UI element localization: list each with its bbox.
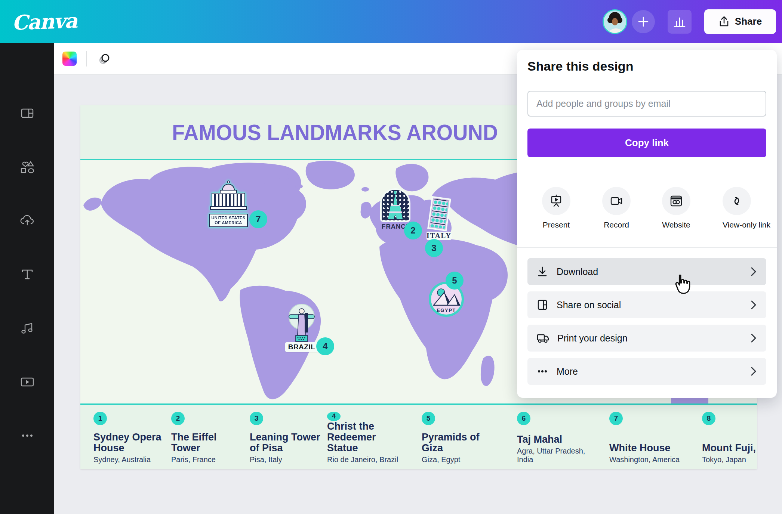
badge-number: 4	[323, 341, 327, 352]
landmark-name: White House	[609, 443, 684, 454]
more-label: More	[557, 366, 578, 377]
landmark-name: Pyramids of Giza	[422, 432, 496, 454]
map-number-badge[interactable]: 3	[425, 239, 443, 257]
record-action[interactable]: Record	[602, 187, 631, 229]
copy-link-button[interactable]: Copy link	[527, 129, 766, 157]
share-upload-icon	[718, 16, 730, 28]
landmark-location: Paris, France	[171, 455, 246, 464]
top-bar: Canva	[0, 0, 782, 43]
badge-number: 2	[410, 225, 415, 236]
landmark-number-badge: 6	[517, 412, 530, 425]
sidebar-item-music[interactable]	[19, 319, 36, 337]
print-your-design-label: Print your design	[557, 333, 628, 344]
share-email-input[interactable]	[527, 91, 766, 117]
landmark-name: Taj Mahal	[517, 434, 592, 445]
landmark-number-badge: 3	[250, 412, 263, 425]
present-label: Present	[542, 220, 570, 229]
capitol-building-icon	[209, 180, 248, 211]
print-truck-icon	[536, 332, 549, 344]
share-social-icon	[536, 299, 548, 311]
sticker-usa-capitol[interactable]: UNITED STATES OF AMERICA	[209, 180, 248, 227]
landmark-list-item[interactable]: 8 Mount Fuji, Tokyo, Japan	[702, 412, 777, 464]
sticker-italy-label: ITALY	[427, 232, 452, 240]
insights-button[interactable]	[668, 10, 692, 34]
landmark-name: Mount Fuji,	[702, 443, 777, 454]
share-on-social-label: Share on social	[557, 300, 621, 310]
map-number-badge[interactable]: 2	[404, 222, 422, 239]
map-number-badge[interactable]: 4	[316, 337, 334, 355]
toolbar-divider	[86, 51, 87, 66]
canva-logo[interactable]: Canva	[12, 8, 77, 34]
share-button-label: Share	[735, 16, 762, 27]
landmark-number-badge: 5	[422, 412, 435, 425]
landmark-list-item[interactable]: 6 Taj Mahal Agra, Uttar Pradesh, India	[517, 412, 592, 464]
landmark-list-item[interactable]: 3 Leaning Tower of Pisa Pisa, Italy	[250, 412, 324, 464]
share-panel-title: Share this design	[527, 59, 766, 74]
sidebar-item-uploads[interactable]	[19, 212, 36, 229]
download-icon	[536, 266, 548, 278]
landmark-name: Leaning Tower of Pisa	[250, 432, 324, 454]
sidebar-item-templates[interactable]	[19, 105, 36, 122]
sidebar-item-elements[interactable]	[19, 158, 36, 176]
christ-redeemer-icon	[288, 303, 315, 344]
sticker-italy-pisa[interactable]: ITALY	[427, 199, 452, 240]
record-icon	[609, 194, 624, 208]
landmark-location: Pisa, Italy	[250, 455, 324, 464]
view-only-link-label: View-only link	[723, 220, 751, 229]
sidebar-item-text[interactable]	[19, 266, 36, 283]
landmark-number-badge: 1	[93, 412, 107, 425]
landmark-list-item[interactable]: 5 Pyramids of Giza Giza, Egypt	[422, 412, 496, 464]
landmark-name: Christ the Redeemer Statue	[327, 421, 402, 454]
website-action[interactable]: Website	[662, 187, 690, 229]
landmark-location: Washington, America	[609, 455, 684, 464]
editor-sidebar	[0, 43, 54, 532]
landmark-list-item[interactable]: 4 Christ the Redeemer Statue Rio de Jane…	[327, 412, 402, 464]
create-design-button[interactable]	[632, 10, 655, 33]
map-number-badge[interactable]: 5	[446, 272, 464, 290]
chevron-right-icon	[750, 266, 757, 277]
plus-icon	[637, 15, 650, 28]
landmark-legend: 1 Sydney Opera House Sydney, Australia 2…	[80, 405, 757, 469]
sticker-brazil-christ[interactable]: BRAZIL	[288, 303, 315, 355]
print-your-design-row[interactable]: Print your design	[527, 325, 766, 352]
website-label: Website	[662, 220, 690, 229]
map-number-badge[interactable]: 7	[249, 210, 267, 228]
sticker-france-eiffel[interactable]: FRANCE	[382, 190, 409, 231]
view-only-link-action[interactable]: View-only link	[723, 187, 751, 229]
avatar[interactable]	[603, 9, 627, 34]
sidebar-item-more[interactable]	[19, 427, 36, 444]
landmark-name: The Eiffel Tower	[171, 432, 246, 454]
badge-number: 7	[256, 214, 261, 225]
download-label: Download	[557, 266, 598, 277]
sidebar-item-video[interactable]	[19, 373, 36, 390]
present-action[interactable]: Present	[542, 187, 570, 229]
transparency-button[interactable]	[96, 50, 113, 67]
landmark-list-item[interactable]: 7 White House Washington, America	[609, 412, 684, 464]
sticker-usa-label: UNITED STATES OF AMERICA	[209, 214, 248, 227]
chevron-right-icon	[750, 333, 757, 343]
record-label: Record	[602, 220, 631, 229]
pisa-tower-icon	[429, 198, 449, 229]
more-dots-icon	[536, 365, 548, 377]
landmark-number-badge: 7	[609, 412, 623, 425]
landmark-list-item[interactable]: 2 The Eiffel Tower Paris, France	[171, 412, 246, 464]
design-title-text[interactable]: FAMOUS LANDMARKS AROUND	[172, 120, 498, 145]
download-row[interactable]: Download	[527, 258, 766, 285]
view-only-link-icon	[730, 194, 744, 208]
landmark-number-badge: 8	[702, 412, 715, 425]
landmark-location: Agra, Uttar Pradesh, India	[517, 447, 592, 464]
share-button[interactable]: Share	[704, 9, 776, 34]
more-row[interactable]: More	[527, 358, 766, 385]
bar-chart-icon	[673, 15, 686, 28]
panel-divider	[517, 169, 777, 169]
landmark-name: Sydney Opera House	[93, 432, 168, 454]
chevron-right-icon	[750, 300, 757, 310]
color-swatch-button[interactable]	[62, 52, 77, 66]
landmark-number-badge: 2	[171, 412, 185, 425]
badge-number: 5	[452, 275, 457, 286]
website-icon	[669, 194, 683, 208]
landmark-list-item[interactable]: 1 Sydney Opera House Sydney, Australia	[93, 412, 168, 464]
share-on-social-row[interactable]: Share on social	[527, 291, 766, 318]
eiffel-tower-icon	[382, 190, 409, 220]
landmark-location: Rio de Janeiro, Brazil	[327, 455, 402, 464]
